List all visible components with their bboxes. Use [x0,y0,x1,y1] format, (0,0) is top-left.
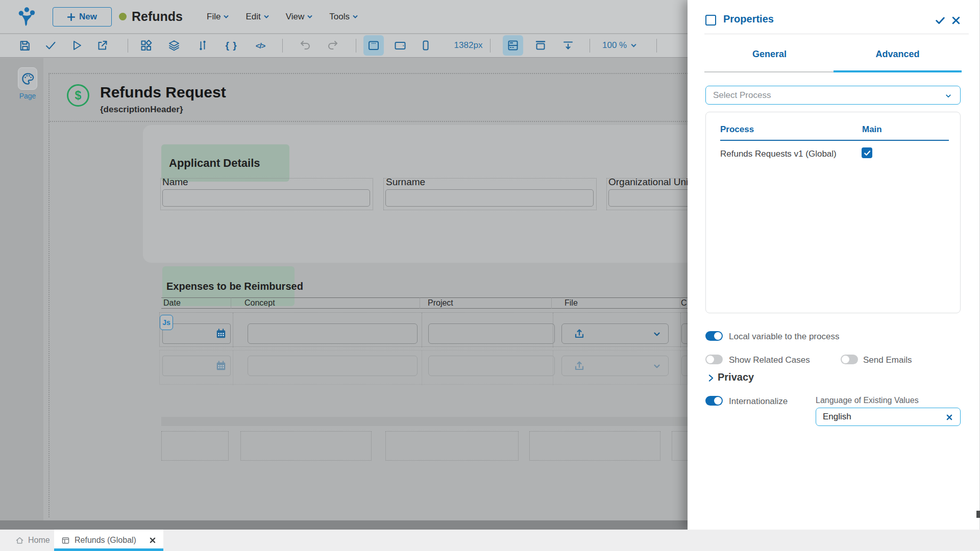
toolbar-divider [490,39,491,53]
project-input-ghost [428,356,555,376]
column-separator [680,350,681,385]
menu-file[interactable]: File [207,12,229,22]
components-button[interactable] [136,35,156,56]
check-icon [44,39,57,52]
page-rail-label[interactable]: Page [0,92,55,100]
main-process-checkbox[interactable] [862,147,872,158]
export-button[interactable] [92,35,113,56]
column-file: File [565,298,578,308]
local-variable-toggle[interactable] [705,331,723,341]
new-button[interactable]: New [53,7,112,27]
main-column-header: Main [862,124,882,135]
layers-button[interactable] [164,35,184,56]
process-column-header: Process [720,124,754,135]
tablet-view-button[interactable] [390,35,410,56]
concept-input-ghost [248,356,418,376]
home-tab[interactable]: Home [15,530,50,551]
js-script-badge[interactable]: Js [160,315,173,330]
org-unit-input[interactable] [608,189,688,207]
empty-cell[interactable] [529,431,660,461]
chevron-right-icon[interactable] [707,374,715,382]
desktop-view-button[interactable] [363,35,384,56]
upload-icon [573,360,585,372]
calendar-icon [215,360,227,371]
surname-input[interactable] [385,189,594,207]
process-table-card: Process Main Refunds Requests v1 (Global… [705,112,961,313]
empty-cell[interactable] [240,431,372,461]
source-code-button[interactable]: </> [250,35,271,56]
upload-icon[interactable] [573,328,585,340]
redo-button[interactable] [323,35,343,56]
empty-cell[interactable] [161,431,229,461]
project-input[interactable] [428,323,555,344]
container-icon [534,39,547,52]
expenses-table-header [161,297,688,309]
play-icon [70,39,83,52]
layout-container-button[interactable] [530,35,551,56]
chevron-down-icon [263,14,270,20]
tab-advanced[interactable]: Advanced [834,49,962,60]
internationalize-toggle[interactable] [705,396,723,406]
left-rail: Page [0,58,43,520]
empty-cell[interactable] [385,431,519,461]
send-emails-toggle[interactable] [841,355,858,364]
chevron-down-icon [944,93,952,99]
cost-input[interactable] [681,323,688,344]
select-process-dropdown[interactable]: Select Process [705,86,961,105]
column-separator [551,297,552,309]
chevron-down-icon [223,14,229,20]
language-of-existing-values-label: Language of Existing Values [816,396,919,405]
menu-tools[interactable]: Tools [329,12,358,22]
column-date: Date [163,298,181,308]
variables-button[interactable]: { } [221,35,241,56]
properties-panel: Properties General Advanced Select Proce… [688,0,980,530]
designer-area: New Refunds File Edit View Tools [0,0,688,530]
tab-refunds-global[interactable]: Refunds (Global) [54,530,163,551]
confirm-icon[interactable] [935,15,946,26]
send-emails-label: Send Emails [863,355,912,365]
concept-input[interactable] [248,323,418,344]
canvas-bottom-edge [0,520,688,530]
clear-icon[interactable] [946,414,953,421]
bottom-tab-bar: Home Refunds (Global) [0,530,980,551]
plus-icon [67,13,75,21]
mobile-view-button[interactable] [415,35,436,56]
show-related-cases-toggle[interactable] [705,355,723,364]
privacy-section-header[interactable]: Privacy [718,371,754,383]
menu-edit[interactable]: Edit [246,12,269,22]
close-tab-icon[interactable] [149,537,156,544]
close-icon[interactable] [951,15,961,26]
scrollbar-handle[interactable] [976,511,980,518]
layers-icon [168,39,180,52]
tab-general[interactable]: General [705,49,834,60]
code-icon: </> [256,41,265,50]
local-variable-label: Local variable to the process [729,332,839,342]
language-input[interactable]: English [816,408,961,426]
chevron-down-icon[interactable] [652,330,662,339]
undo-button[interactable] [295,35,315,56]
preview-button[interactable] [66,35,87,56]
name-input[interactable] [162,189,370,207]
column-cost: C [681,298,687,308]
export-icon [96,39,109,52]
file-upload-control[interactable] [561,323,669,344]
new-button-label: New [79,12,97,22]
layout-header-footer-button[interactable] [503,35,523,56]
toolbar: { } </> [0,34,688,58]
save-button[interactable] [14,35,35,56]
language-value: English [823,412,851,422]
properties-checkbox[interactable] [705,15,716,26]
braces-icon: { } [225,40,237,51]
page-style-button[interactable] [18,67,37,90]
menu-view[interactable]: View [286,12,313,22]
flow-button[interactable] [192,35,213,56]
form-canvas: Page $ Refunds Request {descriptionHeade… [0,58,688,520]
toolbar-divider [590,39,590,53]
empty-cell[interactable] [672,431,688,461]
alignment-button[interactable] [558,35,578,56]
zoom-control[interactable]: 100 % [602,35,637,56]
toolbar-divider [128,39,128,53]
validate-button[interactable] [40,35,61,56]
calendar-icon[interactable] [215,328,227,339]
layout-frame-icon [507,39,519,52]
